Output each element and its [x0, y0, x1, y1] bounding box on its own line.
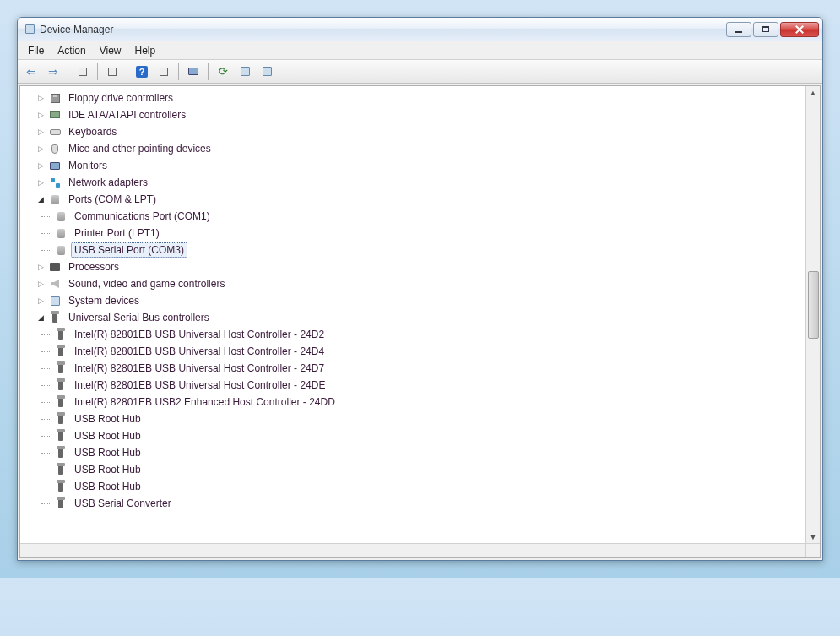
- tree-item[interactable]: USB Serial Converter: [41, 495, 805, 512]
- content-area: ▷Floppy drive controllers▷IDE ATA/ATAPI …: [19, 85, 821, 558]
- vertical-scrollbar[interactable]: ▲ ▼: [805, 86, 820, 543]
- menu-help[interactable]: Help: [128, 43, 163, 58]
- port-icon: [54, 243, 68, 257]
- tree-item[interactable]: USB Root Hub: [41, 410, 805, 427]
- tree-category[interactable]: ▷System devices: [35, 292, 805, 309]
- menu-view[interactable]: View: [93, 43, 128, 58]
- properties-button[interactable]: [102, 62, 122, 82]
- tree-item[interactable]: USB Root Hub: [41, 461, 805, 478]
- menu-file[interactable]: File: [21, 43, 51, 58]
- tree-category[interactable]: ▷Floppy drive controllers: [35, 90, 805, 106]
- tree-item[interactable]: Communications Port (COM1): [41, 208, 805, 225]
- tree-category[interactable]: ▷Processors: [35, 258, 805, 275]
- tree-item[interactable]: Printer Port (LPT1): [41, 225, 805, 242]
- sys-icon: [48, 294, 62, 307]
- toolbar-separator: [97, 63, 98, 80]
- scan-hardware-button[interactable]: [183, 62, 203, 82]
- scroll-down-button[interactable]: ▼: [807, 530, 820, 543]
- tree-label: Mice and other pointing devices: [65, 141, 214, 156]
- scroll-track[interactable]: [807, 99, 820, 530]
- minimize-button[interactable]: [726, 22, 751, 37]
- tree-item[interactable]: Intel(R) 82801EB USB Universal Host Cont…: [41, 360, 805, 377]
- toolbar-separator: [208, 63, 209, 80]
- tree-label: Monitors: [65, 158, 111, 173]
- tree-category[interactable]: ▷Monitors: [35, 157, 805, 174]
- tree-label: Keyboards: [65, 124, 120, 139]
- mon-icon: [48, 159, 62, 172]
- toolbar-separator: [68, 63, 68, 80]
- close-button[interactable]: [780, 22, 819, 37]
- menu-action[interactable]: Action: [51, 43, 92, 58]
- collapse-icon[interactable]: ◢: [35, 313, 46, 323]
- horizontal-scrollbar[interactable]: [20, 543, 805, 557]
- expand-icon[interactable]: ▷: [35, 144, 46, 154]
- uninstall-button[interactable]: [235, 62, 255, 82]
- disable-button[interactable]: [257, 62, 277, 82]
- tree-label: Ports (COM & LPT): [65, 192, 160, 207]
- window-controls: [726, 22, 819, 37]
- scroll-up-button[interactable]: ▲: [807, 86, 820, 99]
- scroll-thumb[interactable]: [808, 271, 819, 339]
- tree-label: Processors: [65, 259, 122, 275]
- device-tree[interactable]: ▷Floppy drive controllers▷IDE ATA/ATAPI …: [20, 86, 805, 543]
- floppy-icon: [48, 91, 62, 105]
- ide-icon: [48, 108, 62, 122]
- tree-category[interactable]: ▷IDE ATA/ATAPI controllers: [35, 106, 805, 123]
- tree-item[interactable]: Intel(R) 82801EB USB Universal Host Cont…: [41, 377, 805, 394]
- window-frame: Device Manager File Action View Help ? ▷…: [17, 17, 823, 561]
- usb-icon: [54, 480, 68, 493]
- usb-icon: [54, 412, 68, 426]
- expand-icon[interactable]: ▷: [35, 127, 46, 137]
- collapse-icon[interactable]: ◢: [35, 194, 46, 204]
- tree-category[interactable]: ▷Mice and other pointing devices: [35, 140, 805, 157]
- arrow-right-icon: [48, 65, 58, 79]
- tree-label: USB Serial Converter: [71, 496, 175, 511]
- tree-category[interactable]: ▷Keyboards: [35, 123, 805, 140]
- tree-label: Communications Port (COM1): [71, 209, 214, 224]
- expand-icon[interactable]: ▷: [35, 93, 46, 103]
- tree-label: Network adapters: [65, 175, 151, 190]
- expand-icon[interactable]: ▷: [35, 262, 46, 272]
- expand-icon[interactable]: ▷: [35, 177, 46, 188]
- tree-label: Intel(R) 82801EB USB Universal Host Cont…: [71, 378, 328, 393]
- refresh-icon: [219, 65, 228, 78]
- expand-icon[interactable]: ▷: [35, 160, 46, 171]
- port-icon: [54, 226, 68, 240]
- tree-category[interactable]: ▷Network adapters: [35, 174, 805, 191]
- toggle-button[interactable]: [154, 62, 174, 82]
- tree-item[interactable]: Intel(R) 82801EB USB2 Enhanced Host Cont…: [41, 394, 805, 410]
- tree-label: Intel(R) 82801EB USB Universal Host Cont…: [71, 361, 328, 376]
- chip-icon: [48, 260, 62, 274]
- expand-icon[interactable]: ▷: [35, 279, 46, 289]
- maximize-button[interactable]: [753, 22, 778, 37]
- update-driver-button[interactable]: [213, 62, 233, 82]
- tree-item[interactable]: Intel(R) 82801EB USB Universal Host Cont…: [41, 343, 805, 360]
- tree-category[interactable]: ◢Universal Serial Bus controllers: [35, 309, 805, 326]
- window-title: Device Manager: [40, 24, 726, 35]
- expand-icon[interactable]: ▷: [35, 296, 46, 306]
- tree-label: USB Root Hub: [71, 445, 144, 460]
- forward-button[interactable]: [43, 62, 63, 82]
- tree-label: Intel(R) 82801EB USB2 Enhanced Host Cont…: [71, 394, 339, 410]
- tree-label: USB Serial Port (COM3): [71, 242, 187, 258]
- tree-item[interactable]: USB Root Hub: [41, 478, 805, 495]
- properties-icon: [108, 68, 117, 76]
- snd-icon: [48, 277, 62, 291]
- titlebar[interactable]: Device Manager: [18, 18, 822, 41]
- port-icon: [48, 193, 62, 206]
- tree-item[interactable]: Intel(R) 82801EB USB Universal Host Cont…: [41, 326, 805, 343]
- show-hide-tree-button[interactable]: [73, 62, 93, 82]
- tree-item[interactable]: USB Root Hub: [41, 427, 805, 444]
- expand-icon[interactable]: ▷: [35, 110, 46, 120]
- tree-item[interactable]: USB Root Hub: [41, 444, 805, 461]
- back-button[interactable]: [21, 62, 41, 82]
- tree-category[interactable]: ◢Ports (COM & LPT): [35, 191, 805, 208]
- tree-item[interactable]: USB Serial Port (COM3): [41, 242, 805, 258]
- tree-label: Universal Serial Bus controllers: [65, 310, 213, 325]
- usb-icon: [54, 395, 68, 409]
- usb-icon: [54, 446, 68, 459]
- usb-icon: [54, 328, 68, 341]
- tree-icon: [79, 68, 87, 76]
- tree-category[interactable]: ▷Sound, video and game controllers: [35, 275, 805, 292]
- help-button[interactable]: ?: [132, 62, 152, 82]
